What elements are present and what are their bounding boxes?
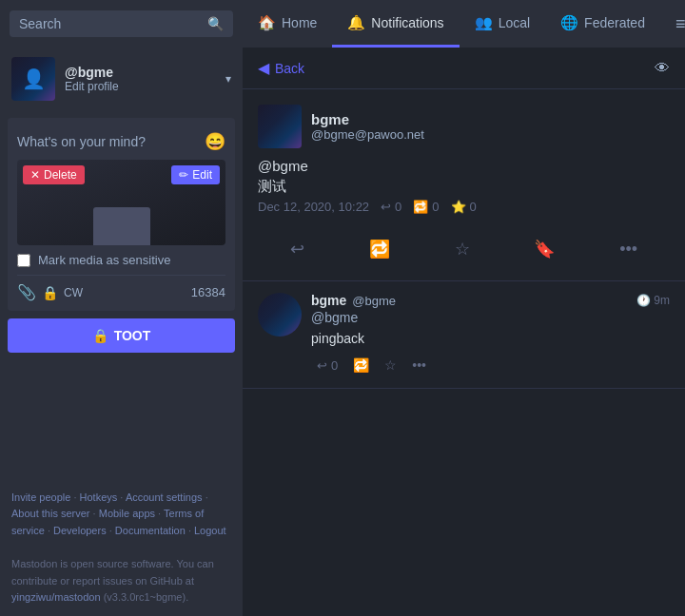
more-button[interactable]: ••• <box>614 234 643 265</box>
reply-actions: ↩ 0 🔁 ☆ ••• <box>311 354 670 376</box>
local-icon: 👥 <box>475 14 493 31</box>
fav-icon: ⭐ <box>451 200 466 214</box>
eye-icon[interactable]: 👁 <box>655 60 670 77</box>
back-button[interactable]: ◀ Back <box>258 59 304 77</box>
account-settings-link[interactable]: Account settings <box>126 491 203 503</box>
post-line1: @bgme <box>258 158 670 174</box>
reply-text-mention: @bgme <box>311 310 670 325</box>
emoji-button[interactable]: 😄 <box>205 131 225 152</box>
right-panel: ◀ Back 👁 bgme @bgme@pawoo.net @bgme 测试 D… <box>243 48 685 616</box>
reply-reply-button[interactable]: ↩ 0 <box>311 355 343 376</box>
post-date: Dec 12, 2020, 10:22 <box>258 200 369 214</box>
post-actions: ↩ 🔁 ☆ 🔖 ••• <box>258 225 670 265</box>
about-link[interactable]: About this server <box>11 508 90 519</box>
compose-footer: 📎 🔒 CW 16384 <box>17 275 225 301</box>
post-line2: 测试 <box>258 178 670 196</box>
tab-federated-label: Federated <box>584 15 645 30</box>
mobile-apps-link[interactable]: Mobile apps <box>99 508 155 519</box>
media-edit-button[interactable]: ✏ Edit <box>171 165 220 184</box>
compose-placeholder-row: What's on your mind? 😄 <box>17 127 225 160</box>
reply-post: bgme @bgme 🕐 9m @bgme pingback ↩ 0 <box>243 281 685 389</box>
media-preview: ✕ Delete ✏ Edit <box>17 160 225 245</box>
reply-meta: ↩ 0 <box>381 200 401 214</box>
fav-count: 0 <box>470 200 477 214</box>
reply-button[interactable]: ↩ <box>284 233 310 265</box>
post-meta: Dec 12, 2020, 10:22 ↩ 0 🔁 0 ⭐ 0 <box>258 200 670 214</box>
sensitive-label[interactable]: Mark media as sensitive <box>38 253 170 267</box>
tab-federated[interactable]: 🌐 Federated <box>545 0 660 48</box>
repo-link[interactable]: yingziwu/mastodon <box>11 591 101 603</box>
media-actions: ✕ Delete ✏ Edit <box>17 165 225 184</box>
reply-icon: ↩ <box>381 200 391 214</box>
left-panel: 👤 @bgme Edit profile ▾ What's on your mi… <box>0 48 243 616</box>
original-post: bgme @bgme@pawoo.net @bgme 测试 Dec 12, 20… <box>243 89 685 281</box>
post-author-name: bgme <box>311 111 670 127</box>
avatar-image: 👤 <box>11 57 55 101</box>
reply-more-button[interactable]: ••• <box>406 354 432 376</box>
profile-handle: @bgme <box>65 65 216 80</box>
nav-tabs: 🏠 Home 🔔 Notifications 👥 Local 🌐 Federat… <box>243 0 685 48</box>
lock-toot-icon: 🔒 <box>92 328 108 343</box>
reply-time-value: 9m <box>654 294 670 307</box>
hotkeys-link[interactable]: Hotkeys <box>80 491 118 503</box>
reply-author-acct: @bgme <box>352 294 396 308</box>
left-footer: Invite people · Hotkeys · Account settin… <box>0 480 243 616</box>
reply-reply-icon: ↩ <box>317 358 327 373</box>
lock-icon[interactable]: 🔒 <box>42 285 58 300</box>
attachment-icon[interactable]: 📎 <box>17 283 36 301</box>
tab-notifications-label: Notifications <box>371 15 443 30</box>
reply-header: bgme @bgme 🕐 9m <box>311 293 670 308</box>
compose-area: What's on your mind? 😄 ✕ Delete ✏ Edit <box>8 118 235 311</box>
reply-boost-button[interactable]: 🔁 <box>347 354 375 376</box>
profile-edit-label: Edit profile <box>65 80 216 93</box>
tab-local[interactable]: 👥 Local <box>460 0 545 48</box>
profile-info: @bgme Edit profile <box>65 65 216 93</box>
search-input[interactable] <box>19 16 200 31</box>
boost-button[interactable]: 🔁 <box>363 233 396 265</box>
post-author-acct: @bgme@pawoo.net <box>311 127 670 142</box>
top-nav: 🔍 🏠 Home 🔔 Notifications 👥 Local 🌐 Feder… <box>0 0 685 48</box>
reply-count: 0 <box>395 200 401 214</box>
reply-time: 🕐 9m <box>636 294 670 307</box>
compose-placeholder-text: What's on your mind? <box>17 134 146 149</box>
profile-bar[interactable]: 👤 @bgme Edit profile ▾ <box>0 48 243 110</box>
toot-button[interactable]: 🔒 TOOT <box>8 318 235 353</box>
times-icon: ✕ <box>30 168 40 182</box>
boost-icon: 🔁 <box>413 200 428 214</box>
toot-label: TOOT <box>114 328 151 343</box>
sensitive-checkbox[interactable] <box>17 254 30 267</box>
reply-reply-count: 0 <box>331 358 338 373</box>
back-label: Back <box>275 61 304 76</box>
tab-local-label: Local <box>499 15 530 30</box>
thread-header: ◀ Back 👁 <box>243 48 685 89</box>
logout-link[interactable]: Logout <box>194 525 226 536</box>
tab-notifications[interactable]: 🔔 Notifications <box>332 0 459 48</box>
search-box[interactable]: 🔍 <box>10 10 233 37</box>
hamburger-menu[interactable]: ≡ <box>660 14 685 34</box>
cw-button[interactable]: CW <box>64 286 83 299</box>
reply-avatar <box>258 293 302 337</box>
bookmark-button[interactable]: 🔖 <box>528 233 560 265</box>
reply-content: bgme @bgme 🕐 9m @bgme pingback ↩ 0 <box>311 293 670 376</box>
boost-meta: 🔁 0 <box>413 200 439 214</box>
invite-link[interactable]: Invite people <box>11 491 70 503</box>
developers-link[interactable]: Developers <box>53 525 107 536</box>
reply-fav-button[interactable]: ☆ <box>379 354 402 376</box>
main-layout: 👤 @bgme Edit profile ▾ What's on your mi… <box>0 48 685 616</box>
media-delete-button[interactable]: ✕ Delete <box>23 165 85 184</box>
search-area: 🔍 <box>0 10 243 37</box>
reply-author-row: bgme @bgme 🕐 9m @bgme pingback ↩ 0 <box>258 293 670 376</box>
char-count: 16384 <box>191 285 225 299</box>
fav-meta: ⭐ 0 <box>451 200 477 214</box>
tab-home[interactable]: 🏠 Home <box>243 0 332 48</box>
post-avatar <box>258 105 302 148</box>
documentation-link[interactable]: Documentation <box>115 525 186 536</box>
avatar: 👤 <box>11 57 55 101</box>
favorite-button[interactable]: ☆ <box>449 233 476 265</box>
post-author-info: bgme @bgme@pawoo.net <box>311 111 670 142</box>
search-icon: 🔍 <box>207 16 224 31</box>
sensitive-row: Mark media as sensitive <box>17 253 225 267</box>
tab-home-label: Home <box>282 15 317 30</box>
post-author-row: bgme @bgme@pawoo.net <box>258 105 670 148</box>
edit-label: Edit <box>192 168 212 182</box>
